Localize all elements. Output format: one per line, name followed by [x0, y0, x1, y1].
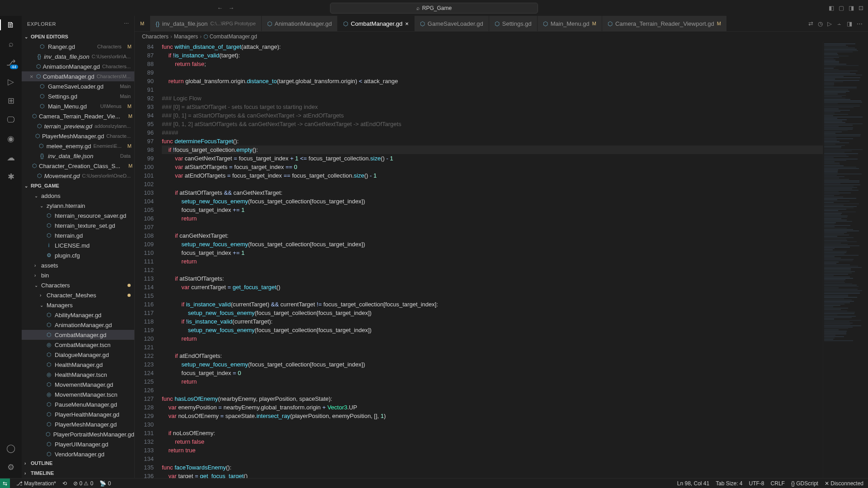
remote-icon[interactable]: 🖵	[5, 114, 16, 125]
folder-item[interactable]: ⌄zylann.hterrain	[22, 201, 134, 211]
back-icon[interactable]: ←	[217, 5, 223, 11]
file-item[interactable]: ⬡PauseMenuManager.gd	[22, 399, 134, 409]
file-item[interactable]: ⚙plugin.cfg	[22, 250, 134, 260]
editor-tab[interactable]: ⬡GameSaveLoader.gd	[415, 16, 489, 31]
github-icon[interactable]: ◉	[5, 133, 16, 144]
close-icon[interactable]: ×	[405, 20, 409, 27]
git-sync[interactable]: ⟲	[62, 480, 67, 487]
tab-size[interactable]: Tab Size: 4	[716, 480, 742, 487]
connection-status[interactable]: ✕ Disconnected	[825, 480, 863, 487]
timeline-header[interactable]: › TIMELINE	[22, 468, 134, 478]
folder-item[interactable]: ⌄Managers	[22, 300, 134, 310]
run-icon[interactable]: ▷	[827, 20, 832, 27]
encoding[interactable]: UTF-8	[749, 480, 764, 487]
account-icon[interactable]: ◯	[5, 443, 16, 454]
file-item[interactable]: ⬡VendorManager.gd	[22, 449, 134, 458]
editor-tab[interactable]: ⬡Camera_Terrain_Reader_Viewport.gdM	[602, 16, 727, 31]
file-item[interactable]: iLICENSE.md	[22, 240, 134, 250]
file-item[interactable]: ⬡PlayerMeshManager.gd	[22, 419, 134, 429]
more-icon[interactable]: ⋯	[124, 21, 129, 27]
open-editor-item[interactable]: ×⬡CombatManager.gdCharacters\M...	[22, 71, 134, 81]
explorer-icon[interactable]: 🗎	[5, 19, 16, 30]
breadcrumb-item[interactable]: ⬡ CombatManager.gd	[203, 33, 257, 40]
editor-tab[interactable]: ⬡CombatManager.gd×	[338, 16, 415, 31]
file-item[interactable]: ⬡DialogueManager.gd	[22, 350, 134, 360]
outline-header[interactable]: › OUTLINE	[22, 458, 134, 468]
breadcrumb-item[interactable]: Characters	[142, 33, 169, 40]
timeline-icon[interactable]: ◷	[818, 20, 823, 27]
remote-indicator[interactable]: ⇆	[0, 479, 10, 488]
open-editor-item[interactable]: ⬡Main_Menu.gdUI\MenusM	[22, 101, 134, 111]
open-editor-item[interactable]: ⬡terrain_preview.gdaddons\zylann...	[22, 121, 134, 131]
breadcrumb-item[interactable]: Managers	[174, 33, 198, 40]
language-mode[interactable]: {} GDScript	[791, 480, 818, 487]
layout-icon[interactable]: ◨	[847, 20, 852, 27]
file-icon: {}	[37, 53, 42, 60]
project-header[interactable]: ⌄ RPG_GAME	[22, 181, 134, 191]
file-path: C:\Users\orlin\OneD...	[82, 173, 131, 178]
close-icon[interactable]: ×	[30, 73, 34, 80]
open-editor-item[interactable]: ⬡Ranger.gdCharactersM	[22, 42, 134, 52]
breadcrumb[interactable]: Characters›Managers›⬡ CombatManager.gd	[135, 32, 868, 42]
split-icon[interactable]: ⫠	[836, 20, 842, 27]
debug-icon[interactable]: ▷	[5, 76, 16, 87]
open-editor-item[interactable]: ⬡Character_Creation_Class_S...M	[22, 161, 134, 171]
ports[interactable]: 📡 0	[99, 480, 111, 487]
command-center[interactable]: ⌕ RPG_Game	[330, 3, 538, 14]
file-item[interactable]: ⬡PlayerPortraitMeshManager.gd	[22, 429, 134, 439]
open-editor-item[interactable]: ⬡PlayerMeshManager.gdCharacte...	[22, 131, 134, 141]
folder-item[interactable]: ›Character_Meshes	[22, 290, 134, 300]
other-icon[interactable]: ✱	[5, 171, 16, 182]
open-editor-item[interactable]: {}inv_data_file.jsonC:\Users\orlin\A...	[22, 52, 134, 61]
compare-icon[interactable]: ⇄	[808, 20, 813, 27]
file-item[interactable]: ⬡PlayerUIManager.gd	[22, 439, 134, 449]
file-item[interactable]: ⬡PlayerHealthManager.gd	[22, 409, 134, 419]
open-editor-item[interactable]: ⬡Camera_Terrain_Reader_Vie...M	[22, 111, 134, 121]
editor-tab[interactable]: ⬡Settings.gd	[489, 16, 538, 31]
forward-icon[interactable]: →	[228, 5, 234, 11]
open-editors-header[interactable]: ⌄ OPEN EDITORS	[22, 32, 134, 42]
folder-item[interactable]: ⌄addons	[22, 191, 134, 201]
open-editor-item[interactable]: ⬡melee_enemy.gdEnemies\E...M	[22, 141, 134, 151]
open-editor-item[interactable]: ⬡AnimationManager.gdCharacters...	[22, 61, 134, 71]
more-icon[interactable]: ⋯	[857, 20, 863, 27]
editor-tab[interactable]: ⬡AnimationManager.gd	[262, 16, 338, 31]
tab-label: GameSaveLoader.gd	[428, 20, 483, 27]
source-control-icon[interactable]: ⎇44	[5, 57, 16, 68]
editor-tab[interactable]: ⬡Main_Menu.gdM	[538, 16, 602, 31]
open-editor-item[interactable]: ⬡Settings.gdMain	[22, 91, 134, 101]
git-branch[interactable]: ⎇ MayIteration*	[16, 480, 56, 487]
folder-item[interactable]: ›bin	[22, 270, 134, 280]
file-item[interactable]: ⬡MovementManager.gd	[22, 380, 134, 389]
extensions-icon[interactable]: ⊞	[5, 95, 16, 106]
file-item[interactable]: ◎HealthManager.tscn	[22, 370, 134, 380]
eol[interactable]: CRLF	[771, 480, 785, 487]
search-icon[interactable]: ⌕	[5, 38, 16, 49]
layout-icon[interactable]: ◧	[829, 5, 834, 11]
file-item[interactable]: ⬡hterrain_texture_set.gd	[22, 221, 134, 230]
file-item[interactable]: ◎MovementManager.tscn	[22, 389, 134, 399]
settings-icon[interactable]: ⚙	[5, 462, 16, 473]
open-editor-item[interactable]: ⬡GameSaveLoader.gdMain	[22, 81, 134, 91]
open-editor-item[interactable]: {}inv_data_file.jsonData	[22, 151, 134, 161]
code-editor[interactable]: func within_distance_of_target(attack_ra…	[162, 42, 823, 478]
file-item[interactable]: ⬡hterrain_resource_saver.gd	[22, 211, 134, 221]
cursor-position[interactable]: Ln 98, Col 41	[677, 480, 709, 487]
docker-icon[interactable]: ☁	[5, 152, 16, 163]
editor-tab[interactable]: M	[135, 16, 150, 31]
file-item[interactable]: ⬡CombatManager.gd	[22, 330, 134, 340]
editor-tab[interactable]: {}inv_data_file.jsonC:\...\RPG Prototype	[150, 16, 261, 31]
layout-icon[interactable]: ◨	[849, 5, 854, 11]
layout-icon[interactable]: ▢	[839, 5, 844, 11]
file-item[interactable]: ⬡hterrain.gd	[22, 230, 134, 240]
folder-item[interactable]: ›assets	[22, 260, 134, 270]
file-item[interactable]: ⬡AnimationManager.gd	[22, 320, 134, 330]
folder-item[interactable]: ⌄Characters	[22, 280, 134, 290]
file-item[interactable]: ⬡AbilityManager.gd	[22, 310, 134, 320]
open-editor-item[interactable]: ⬡Movement.gdC:\Users\orlin\OneD...	[22, 171, 134, 181]
minimap[interactable]	[823, 42, 868, 478]
problems[interactable]: ⊘ 0 ⚠ 0	[73, 480, 93, 487]
file-item[interactable]: ⬡HealthManager.gd	[22, 360, 134, 370]
layout-icon[interactable]: ⊡	[859, 5, 863, 11]
file-item[interactable]: ◎CombatManager.tscn	[22, 340, 134, 350]
